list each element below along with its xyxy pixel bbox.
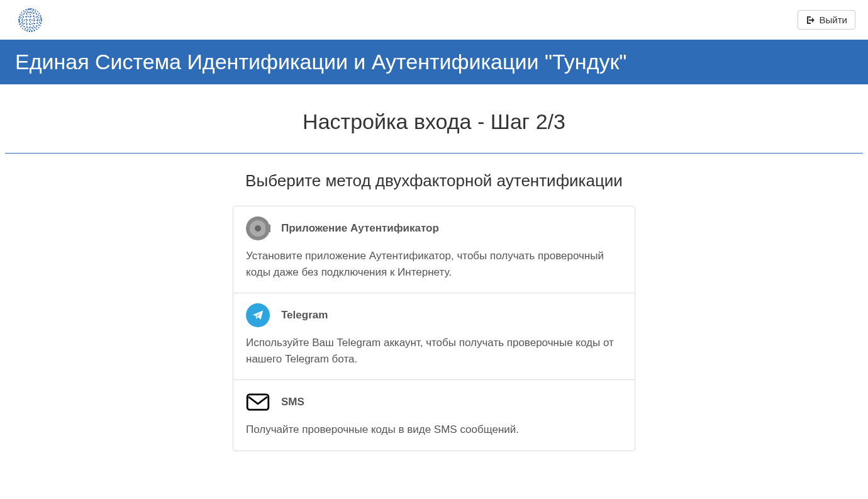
top-bar: Выйти bbox=[0, 0, 868, 40]
system-title: Единая Система Идентификации и Аутентифи… bbox=[15, 50, 853, 74]
option-sms[interactable]: SMS Получайте проверочные коды в виде SM… bbox=[233, 380, 635, 451]
subtitle: Выберите метод двухфакторной аутентифика… bbox=[5, 171, 863, 191]
option-telegram[interactable]: Telegram Используйте Ваш Telegram аккаун… bbox=[233, 293, 635, 380]
option-title: Telegram bbox=[281, 309, 328, 322]
main-content: Настройка входа - Шаг 2/3 Выберите метод… bbox=[0, 84, 868, 456]
telegram-icon bbox=[246, 303, 270, 327]
options-container: Приложение Аутентификатор Установите при… bbox=[233, 206, 635, 451]
step-title: Настройка входа - Шаг 2/3 bbox=[5, 109, 863, 134]
logo bbox=[18, 8, 43, 33]
option-title: SMS bbox=[281, 396, 304, 408]
globe-icon bbox=[18, 8, 43, 33]
option-header: Telegram bbox=[246, 303, 622, 327]
option-header: Приложение Аутентификатор bbox=[246, 216, 622, 240]
option-description: Установите приложение Аутентификатор, чт… bbox=[246, 248, 622, 280]
option-authenticator[interactable]: Приложение Аутентификатор Установите при… bbox=[233, 206, 635, 293]
svg-rect-7 bbox=[247, 395, 269, 410]
authenticator-icon bbox=[246, 216, 270, 240]
banner: Единая Система Идентификации и Аутентифи… bbox=[0, 40, 868, 84]
option-description: Получайте проверочные коды в виде SMS со… bbox=[246, 422, 622, 438]
envelope-icon bbox=[246, 390, 270, 414]
divider bbox=[5, 153, 863, 154]
logout-label: Выйти bbox=[820, 14, 847, 25]
option-header: SMS bbox=[246, 390, 622, 414]
option-description: Используйте Ваш Telegram аккаунт, чтобы … bbox=[246, 335, 622, 367]
logout-icon bbox=[806, 15, 816, 25]
logout-button[interactable]: Выйти bbox=[798, 10, 855, 30]
option-title: Приложение Аутентификатор bbox=[281, 222, 439, 235]
